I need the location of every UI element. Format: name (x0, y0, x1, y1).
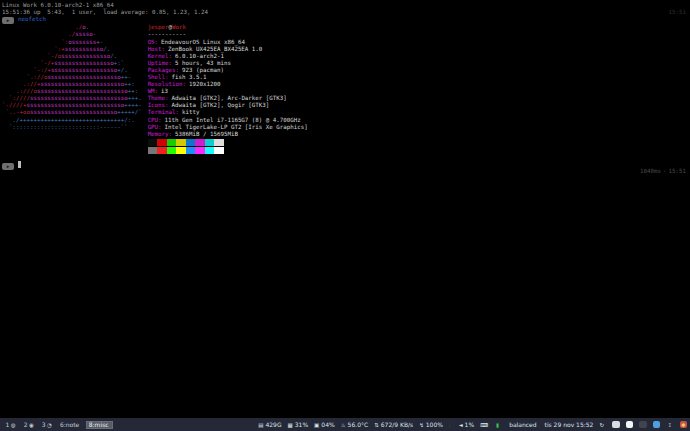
neofetch-output: ./o. ./sssso- `:osssssss+- `:+ssssssssss… (2, 24, 690, 154)
keyboard-icon: ⌨ (480, 422, 488, 428)
mic-indicator[interactable]: ▮ (496, 422, 501, 428)
info-line: Theme:Adwaita [GTK2], Arc-Darker [GTK3] (148, 95, 308, 102)
text-cursor (18, 161, 21, 168)
ascii-line: `-/+sssssssssssssssso+:` (2, 60, 142, 67)
keyboard-block[interactable]: ⌨ (480, 422, 490, 428)
tray-icon-octopus[interactable] (639, 421, 647, 429)
command-text: neofetch (18, 16, 46, 22)
color-swatch (195, 139, 205, 146)
ascii-line: `:+sssssssssso/. (2, 46, 142, 53)
separator[interactable]: ∶ (449, 422, 452, 428)
info-line: OS:EndeavourOS Linux x86_64 (148, 39, 308, 46)
status-text: tis 29 nov 15:52 (545, 421, 594, 428)
workspace-list: 1◍2◉3◔6:note8:misc (3, 421, 113, 429)
network-block[interactable]: ⇅672/9 KB/s (374, 421, 413, 428)
tray-icon-updates[interactable]: ✱ (680, 421, 688, 429)
workspace-label: 6:note (60, 421, 79, 428)
info-value: 1920x1200 (189, 81, 220, 87)
info-label: Resolution: (148, 81, 186, 87)
info-value: 11th Gen Intel i7-1165G7 (8) @ 4.700GHz (165, 117, 301, 123)
color-swatch (148, 139, 158, 146)
info-label: WM: (148, 88, 158, 94)
info-value: Intel TigerLake-LP GT2 [Iris Xe Graphics… (165, 124, 308, 130)
workspace-icon: ◉ (29, 422, 34, 428)
color-swatch (214, 139, 224, 146)
info-label: Host: (148, 46, 165, 52)
ascii-line: `-:/+sssssssssssssssssso+/. (2, 67, 142, 74)
command-duration: 1048ms (640, 168, 661, 174)
status-text: 429G (265, 421, 281, 428)
volume-block[interactable]: ◄1% (458, 421, 474, 428)
status-text: 56.0°C (348, 421, 369, 428)
ascii-line: `-////+ssssssssssssssssssssssssssso++++- (2, 102, 142, 109)
info-label: Shell: (148, 74, 169, 80)
info-label: Icons: (148, 102, 169, 108)
prompt-chevron-icon: ▶ (2, 163, 14, 170)
ascii-line: ./o. (2, 24, 142, 31)
info-label: Terminal: (148, 109, 179, 115)
color-swatch (167, 147, 177, 154)
workspace-2[interactable]: 2◉ (21, 421, 36, 429)
temperature-block[interactable]: ♨56.0°C (341, 421, 369, 428)
angle-separator-icon: ‹ (661, 168, 669, 174)
info-line: Packages:923 (pacman) (148, 67, 308, 74)
info-label: Packages: (148, 67, 179, 73)
color-swatch (186, 139, 196, 146)
ascii-line: ./sssso- (2, 31, 142, 38)
palette-row-bright (148, 147, 308, 154)
info-label: Uptime: (148, 60, 172, 66)
previous-prompt-time: 15:51 (669, 9, 686, 16)
tray-icon-phone[interactable] (612, 421, 620, 429)
cpu-block[interactable]: ▣04% (314, 421, 335, 428)
tray-icon-network[interactable]: ↕ (666, 421, 674, 429)
workspace-label: 8:misc (89, 421, 109, 428)
color-swatch (157, 139, 167, 146)
info-value: 5 hours, 43 mins (175, 60, 231, 66)
color-swatch (214, 147, 224, 154)
cpu-icon: ▣ (314, 422, 319, 428)
clock[interactable]: tis 29 nov 15:52 (543, 421, 594, 428)
workspace-3[interactable]: 3◔ (39, 421, 54, 429)
ascii-line: ./++++++++++++++++++++++++++++++/:. (2, 117, 142, 124)
workspace-icon: ◍ (11, 422, 16, 428)
color-swatch (176, 139, 186, 146)
hostname: Work (172, 24, 186, 30)
color-swatch (176, 147, 186, 154)
info-line: Memory:5386MiB / 15695MiB (148, 131, 308, 138)
ascii-line: `-/ossssssssssssso/. (2, 53, 142, 60)
color-swatch (157, 147, 167, 154)
workspace-8-misc[interactable]: 8:misc (86, 421, 112, 429)
info-lines: OS:EndeavourOS Linux x86_64Host:ZenBook … (148, 39, 308, 138)
battery-block[interactable]: ↯100% (419, 421, 443, 428)
info-line: Terminal:kitty (148, 109, 308, 116)
speaker-icon: ◄ (458, 422, 462, 428)
kitty-terminal-window[interactable]: Linux Work 6.0.10-arch2-1 x86_64 15:51:3… (0, 0, 690, 418)
memory-block[interactable]: ▦31% (288, 421, 309, 428)
tray-icon-discord[interactable] (626, 421, 634, 429)
uptime-line: 15:51:36 up 5:43, 1 user, load average: … (2, 9, 690, 16)
tray-icon-telegram[interactable] (653, 421, 661, 429)
workspace-6-note[interactable]: 6:note (57, 421, 83, 429)
power-plug-icon: ↯ (419, 422, 424, 428)
disk-block[interactable]: ▤429G (258, 421, 281, 428)
info-value: fish 3.5.1 (172, 74, 207, 80)
workspace-1[interactable]: 1◍ (3, 421, 18, 429)
info-value: 923 (pacman) (182, 67, 224, 73)
ascii-line: .:///ossssssssssssssssssssssssso++: (2, 88, 142, 95)
refresh-block[interactable]: ↻ (599, 422, 606, 428)
i3bar: 1◍2◉3◔6:note8:misc ▤429G▦31%▣04%♨56.0°C⇅… (0, 418, 690, 431)
info-label: OS: (148, 39, 158, 45)
info-line: CPU:11th Gen Intel i7-1165G7 (8) @ 4.700… (148, 117, 308, 124)
workspace-label: 2 (24, 421, 28, 428)
info-line: Host:ZenBook UX425EA_BX425EA 1.0 (148, 46, 308, 53)
uname-line: Linux Work 6.0.10-arch2-1 x86_64 (2, 2, 690, 9)
info-value: i3 (161, 88, 168, 94)
prompt-line-2[interactable]: ▶ (2, 161, 690, 170)
workspace-icon: ◔ (47, 422, 52, 428)
status-text: 31% (295, 421, 308, 428)
neofetch-title: jesper@Work (148, 24, 308, 31)
info-line: GPU:Intel TigerLake-LP GT2 [Iris Xe Grap… (148, 124, 308, 131)
separator-dots-icon: ∶ (449, 422, 450, 428)
power-profile[interactable]: balanced (507, 421, 536, 428)
status-text: 672/9 KB/s (381, 421, 413, 428)
